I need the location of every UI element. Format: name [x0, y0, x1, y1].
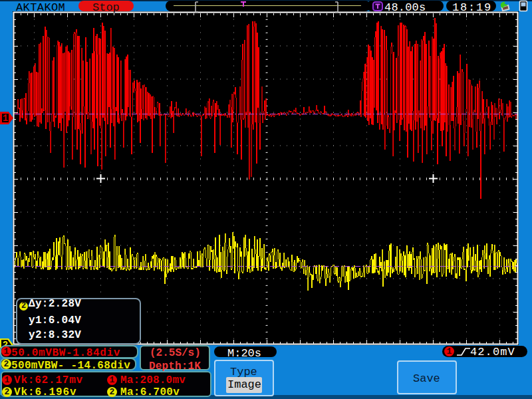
- svg-text:1: 1: [3, 113, 8, 124]
